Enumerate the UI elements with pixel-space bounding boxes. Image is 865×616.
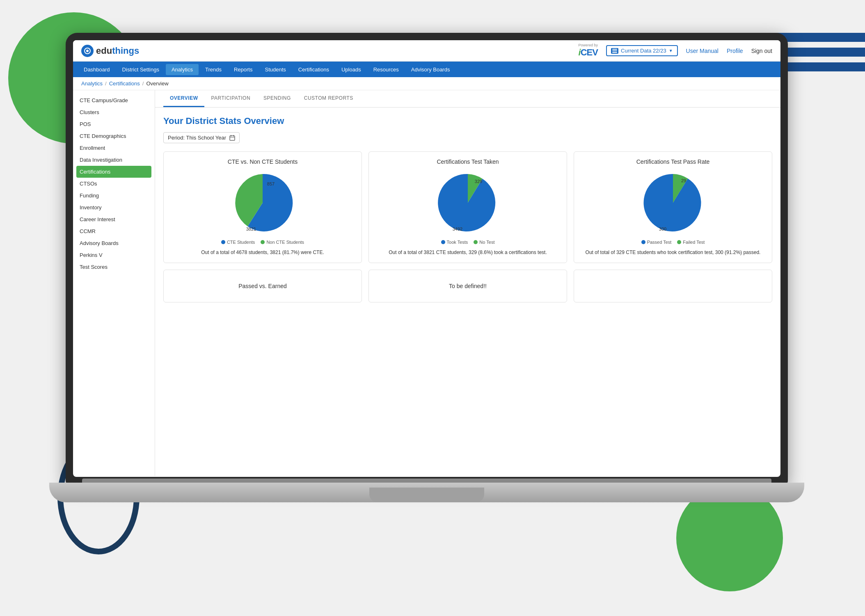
laptop-screen: eduthings Powered by iCEV bbox=[73, 40, 780, 477]
breadcrumb-certifications[interactable]: Certifications bbox=[109, 80, 140, 87]
data-selector-icon bbox=[611, 48, 618, 54]
sidebar-item-clusters[interactable]: Clusters bbox=[73, 106, 155, 118]
header-links: User Manual Profile Sign out bbox=[686, 48, 772, 54]
bottom-card-passed-earned: Passed vs. Earned bbox=[163, 270, 362, 302]
tab-spending[interactable]: SPENDING bbox=[257, 90, 297, 107]
svg-rect-3 bbox=[612, 50, 617, 51]
svg-rect-4 bbox=[612, 52, 617, 53]
laptop-wrapper: eduthings Powered by iCEV bbox=[66, 33, 788, 558]
data-selector-chevron: ▼ bbox=[669, 48, 673, 53]
legend-dot-failed bbox=[677, 240, 681, 244]
profile-link[interactable]: Profile bbox=[727, 48, 743, 54]
breadcrumb: Analytics / Certifications / Overview bbox=[73, 77, 780, 90]
legend-item-passed: Passed Test bbox=[641, 240, 672, 245]
svg-text:3492: 3492 bbox=[453, 227, 462, 231]
sidebar-item-cte-demographics[interactable]: CTE Demographics bbox=[73, 130, 155, 142]
sidebar-item-perkins-v[interactable]: Perkins V bbox=[73, 249, 155, 261]
nav-advisory-boards[interactable]: Advisory Boards bbox=[405, 64, 456, 75]
nav-analytics[interactable]: Analytics bbox=[166, 64, 199, 75]
sidebar-item-ccmr[interactable]: CCMR bbox=[73, 225, 155, 237]
svg-text:300: 300 bbox=[659, 227, 666, 231]
chart-title-1: CTE vs. Non CTE Students bbox=[170, 158, 355, 165]
nav-resources[interactable]: Resources bbox=[368, 64, 405, 75]
nav-reports[interactable]: Reports bbox=[228, 64, 259, 75]
sidebar-item-advisory-boards[interactable]: Advisory Boards bbox=[73, 237, 155, 249]
svg-text:329: 329 bbox=[475, 179, 482, 184]
svg-rect-2 bbox=[612, 49, 617, 50]
legend-item-failed: Failed Test bbox=[677, 240, 705, 245]
svg-point-1 bbox=[86, 50, 89, 52]
legend-dot-non-cte bbox=[261, 240, 265, 244]
cev-logo: Powered by iCEV bbox=[579, 44, 598, 58]
legend-label-no-test: No Test bbox=[479, 240, 494, 245]
sidebar-item-inventory[interactable]: Inventory bbox=[73, 202, 155, 213]
nav-trends[interactable]: Trends bbox=[199, 64, 227, 75]
sidebar-item-ctsos[interactable]: CTSOs bbox=[73, 178, 155, 190]
svg-text:29: 29 bbox=[681, 178, 686, 183]
legend-dot-passed bbox=[641, 240, 645, 244]
tab-overview[interactable]: OVERVIEW bbox=[163, 90, 204, 107]
app-header: eduthings Powered by iCEV bbox=[73, 40, 780, 62]
charts-grid: CTE vs. Non CTE Students 857 bbox=[163, 151, 772, 263]
eduthings-logo-icon bbox=[81, 45, 94, 57]
breadcrumb-sep-1: / bbox=[105, 80, 107, 87]
chart-card-pass-rate: Certifications Test Pass Rate bbox=[574, 151, 772, 263]
sidebar-item-funding[interactable]: Funding bbox=[73, 190, 155, 202]
breadcrumb-overview: Overview bbox=[146, 80, 168, 87]
data-selector[interactable]: Current Data 22/23 ▼ bbox=[606, 45, 677, 56]
sidebar-item-career-interest[interactable]: Career Interest bbox=[73, 213, 155, 225]
sidebar-item-certifications[interactable]: Certifications bbox=[76, 166, 151, 178]
nav-certifications[interactable]: Certifications bbox=[293, 64, 335, 75]
calendar-icon bbox=[229, 135, 235, 141]
tab-custom-reports[interactable]: CUSTOM REPORTS bbox=[297, 90, 360, 107]
chart-legend-2: Took Tests No Test bbox=[375, 240, 560, 245]
bottom-card-tbd: To be defined!! bbox=[368, 270, 567, 302]
pie-container-2: 329 3492 bbox=[375, 170, 560, 236]
content-area: OVERVIEW PARTICIPATION SPENDING CUSTOM R… bbox=[155, 90, 780, 476]
nav-dashboard[interactable]: Dashboard bbox=[78, 64, 116, 75]
bottom-card-title-2: To be defined!! bbox=[449, 283, 487, 289]
svg-text:857: 857 bbox=[267, 181, 275, 186]
chart-description-1: Out of a total of 4678 students, 3821 (8… bbox=[170, 249, 355, 256]
legend-label-took: Took Tests bbox=[447, 240, 468, 245]
user-manual-link[interactable]: User Manual bbox=[686, 48, 719, 54]
nav-uploads[interactable]: Uploads bbox=[336, 64, 367, 75]
legend-label-non-cte: Non CTE Students bbox=[266, 240, 304, 245]
main-layout: CTE Campus/Grade Clusters POS CTE Demogr… bbox=[73, 90, 780, 476]
chart-description-2: Out of a total of 3821 CTE students, 329… bbox=[375, 249, 560, 256]
legend-dot-cte bbox=[221, 240, 225, 244]
chart-legend-3: Passed Test Failed Test bbox=[581, 240, 765, 245]
bottom-card-empty bbox=[574, 270, 772, 302]
period-label: Period: This School Year bbox=[168, 135, 226, 141]
nav-students[interactable]: Students bbox=[259, 64, 291, 75]
breadcrumb-analytics[interactable]: Analytics bbox=[81, 80, 103, 87]
legend-item-took-tests: Took Tests bbox=[441, 240, 468, 245]
tabs-bar: OVERVIEW PARTICIPATION SPENDING CUSTOM R… bbox=[155, 90, 780, 108]
chart-card-cte-vs-non: CTE vs. Non CTE Students 857 bbox=[163, 151, 362, 263]
legend-dot-no-test bbox=[474, 240, 478, 244]
sidebar-item-cte-campus[interactable]: CTE Campus/Grade bbox=[73, 94, 155, 106]
pie-container-1: 857 3821 bbox=[170, 170, 355, 236]
legend-dot-took bbox=[441, 240, 445, 244]
bottom-card-title-1: Passed vs. Earned bbox=[238, 283, 287, 289]
section-title: Your District Stats Overview bbox=[163, 116, 772, 126]
chart-description-3: Out of total of 329 CTE students who too… bbox=[581, 249, 765, 256]
data-selector-label: Current Data 22/23 bbox=[621, 48, 666, 54]
nav-bar: Dashboard District Settings Analytics Tr… bbox=[73, 62, 780, 77]
cev-powered-text: Powered by bbox=[579, 44, 598, 47]
signout-link[interactable]: Sign out bbox=[751, 48, 772, 54]
legend-label-cte: CTE Students bbox=[227, 240, 255, 245]
legend-label-failed: Failed Test bbox=[683, 240, 705, 245]
logo-area: eduthings bbox=[81, 45, 579, 57]
sidebar-item-enrollment[interactable]: Enrollment bbox=[73, 142, 155, 154]
sidebar-item-data-investigation[interactable]: Data Investigation bbox=[73, 154, 155, 166]
nav-district-settings[interactable]: District Settings bbox=[117, 64, 165, 75]
period-selector[interactable]: Period: This School Year bbox=[163, 132, 240, 143]
legend-item-no-test: No Test bbox=[474, 240, 494, 245]
sidebar-item-pos[interactable]: POS bbox=[73, 118, 155, 130]
chart-legend-1: CTE Students Non CTE Students bbox=[170, 240, 355, 245]
tab-participation[interactable]: PARTICIPATION bbox=[204, 90, 257, 107]
pie-container-3: 29 300 bbox=[581, 170, 765, 236]
sidebar-item-test-scores[interactable]: Test Scores bbox=[73, 261, 155, 273]
svg-text:3821: 3821 bbox=[246, 227, 256, 231]
